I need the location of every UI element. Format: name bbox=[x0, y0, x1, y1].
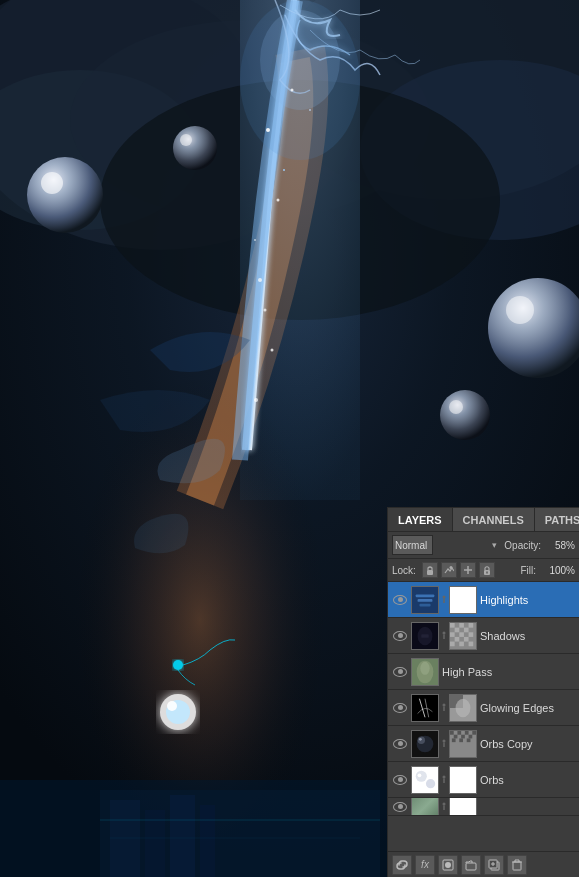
layer-thumbs-highpass bbox=[411, 658, 439, 686]
blend-mode-wrapper[interactable]: Normal Multiply Screen Overlay bbox=[392, 535, 500, 555]
svg-rect-71 bbox=[469, 632, 474, 637]
layer-item-shadows[interactable]: Shadows bbox=[388, 618, 579, 654]
layer-thumb-partial-main bbox=[411, 798, 439, 816]
svg-rect-96 bbox=[450, 731, 454, 735]
layer-item-orbs[interactable]: Orbs bbox=[388, 762, 579, 798]
lock-image-btn[interactable] bbox=[441, 562, 457, 578]
eye-icon-highlights bbox=[393, 595, 407, 605]
lock-all-btn[interactable] bbox=[479, 562, 495, 578]
svg-point-107 bbox=[416, 770, 427, 781]
svg-point-38 bbox=[271, 349, 274, 352]
svg-rect-99 bbox=[461, 734, 465, 738]
delete-layer-btn[interactable] bbox=[507, 855, 527, 875]
svg-rect-53 bbox=[418, 599, 433, 602]
fx-label: fx bbox=[421, 859, 429, 870]
tab-layers[interactable]: LAYERS bbox=[388, 508, 453, 531]
svg-rect-34 bbox=[0, 780, 400, 877]
svg-rect-72 bbox=[455, 636, 460, 641]
layer-name-shadows: Shadows bbox=[480, 630, 575, 642]
tab-paths[interactable]: PATHS bbox=[535, 508, 579, 531]
svg-rect-67 bbox=[464, 627, 469, 632]
svg-rect-45 bbox=[427, 570, 433, 575]
svg-point-43 bbox=[309, 109, 311, 111]
svg-rect-52 bbox=[416, 594, 435, 597]
link-glowingedges bbox=[440, 694, 448, 722]
link-highlights bbox=[440, 586, 448, 614]
layer-thumb-glowingedges-mask bbox=[449, 694, 477, 722]
opacity-label: Opacity: bbox=[504, 540, 541, 551]
svg-rect-76 bbox=[469, 641, 474, 646]
svg-point-35 bbox=[266, 128, 270, 132]
svg-rect-101 bbox=[469, 734, 473, 738]
svg-point-42 bbox=[254, 239, 256, 241]
layer-visibility-shadows[interactable] bbox=[392, 628, 408, 644]
svg-rect-60 bbox=[421, 634, 428, 638]
layer-item-highlights[interactable]: Highlights bbox=[388, 582, 579, 618]
layer-item-partial[interactable] bbox=[388, 798, 579, 816]
tab-channels[interactable]: CHANNELS bbox=[453, 508, 535, 531]
layer-thumb-highlights-mask bbox=[449, 586, 477, 614]
layer-thumb-orbs-main bbox=[411, 766, 439, 794]
layer-item-orbscopy[interactable]: Orbs Copy bbox=[388, 726, 579, 762]
layer-visibility-highlights[interactable] bbox=[392, 592, 408, 608]
svg-point-110 bbox=[443, 775, 446, 778]
layer-thumb-shadows-mask bbox=[449, 622, 477, 650]
layer-name-orbs: Orbs bbox=[480, 774, 575, 786]
svg-rect-12 bbox=[240, 0, 360, 500]
svg-point-14 bbox=[41, 172, 63, 194]
layer-thumb-orbscopy-mask bbox=[449, 730, 477, 758]
svg-point-18 bbox=[506, 296, 534, 324]
layer-visibility-glowingedges[interactable] bbox=[392, 700, 408, 716]
svg-point-15 bbox=[173, 126, 217, 170]
svg-rect-117 bbox=[466, 863, 476, 870]
new-layer-btn[interactable] bbox=[484, 855, 504, 875]
new-group-btn[interactable] bbox=[461, 855, 481, 875]
layer-item-glowingedges[interactable]: Glowing Edges bbox=[388, 690, 579, 726]
add-mask-btn[interactable] bbox=[438, 855, 458, 875]
svg-point-36 bbox=[277, 199, 280, 202]
svg-rect-73 bbox=[464, 636, 469, 641]
svg-rect-54 bbox=[419, 603, 430, 606]
layer-visibility-partial[interactable] bbox=[392, 799, 408, 815]
svg-rect-66 bbox=[459, 623, 464, 628]
fill-label: Fill: bbox=[520, 565, 536, 576]
blend-mode-select[interactable]: Normal Multiply Screen Overlay bbox=[392, 535, 433, 555]
layer-thumb-highpass-main bbox=[411, 658, 439, 686]
svg-rect-69 bbox=[450, 632, 455, 637]
link-layers-btn[interactable] bbox=[392, 855, 412, 875]
layer-item-highpass[interactable]: High Pass bbox=[388, 654, 579, 690]
eye-icon-orbscopy bbox=[393, 739, 407, 749]
svg-point-21 bbox=[440, 390, 490, 440]
svg-point-39 bbox=[254, 398, 258, 402]
svg-point-61 bbox=[443, 631, 446, 634]
lock-fill-row: Lock: Fill: 100% bbox=[388, 559, 579, 582]
eye-icon-orbs bbox=[393, 775, 407, 785]
lock-position-btn[interactable] bbox=[460, 562, 476, 578]
link-shadows bbox=[440, 622, 448, 650]
lock-pixels-btn[interactable] bbox=[422, 562, 438, 578]
layer-thumbs-highlights bbox=[411, 586, 477, 614]
svg-rect-64 bbox=[450, 623, 455, 628]
layer-visibility-highpass[interactable] bbox=[392, 664, 408, 680]
fill-value[interactable]: 100% bbox=[540, 565, 575, 576]
blend-mode-row: Normal Multiply Screen Overlay Opacity: … bbox=[388, 532, 579, 559]
svg-point-108 bbox=[426, 779, 435, 788]
layer-visibility-orbscopy[interactable] bbox=[392, 736, 408, 752]
layer-styles-btn[interactable]: fx bbox=[415, 855, 435, 875]
svg-rect-65 bbox=[455, 627, 460, 632]
opacity-value[interactable]: 58% bbox=[545, 540, 575, 551]
svg-point-88 bbox=[456, 698, 471, 717]
layer-visibility-orbs[interactable] bbox=[392, 772, 408, 788]
layer-thumb-orbs-mask bbox=[449, 766, 477, 794]
layer-thumb-orbscopy-main bbox=[411, 730, 439, 758]
layer-thumbs-orbscopy bbox=[411, 730, 477, 758]
svg-rect-98 bbox=[457, 731, 461, 735]
layers-list: Highlights bbox=[388, 582, 579, 851]
svg-point-116 bbox=[445, 862, 451, 868]
svg-point-16 bbox=[180, 134, 192, 146]
panel-tabs: LAYERS CHANNELS PATHS bbox=[388, 508, 579, 532]
panel-toolbar: fx bbox=[388, 851, 579, 877]
layer-name-glowingedges: Glowing Edges bbox=[480, 702, 575, 714]
eye-icon-glowingedges bbox=[393, 703, 407, 713]
svg-point-13 bbox=[27, 157, 103, 233]
